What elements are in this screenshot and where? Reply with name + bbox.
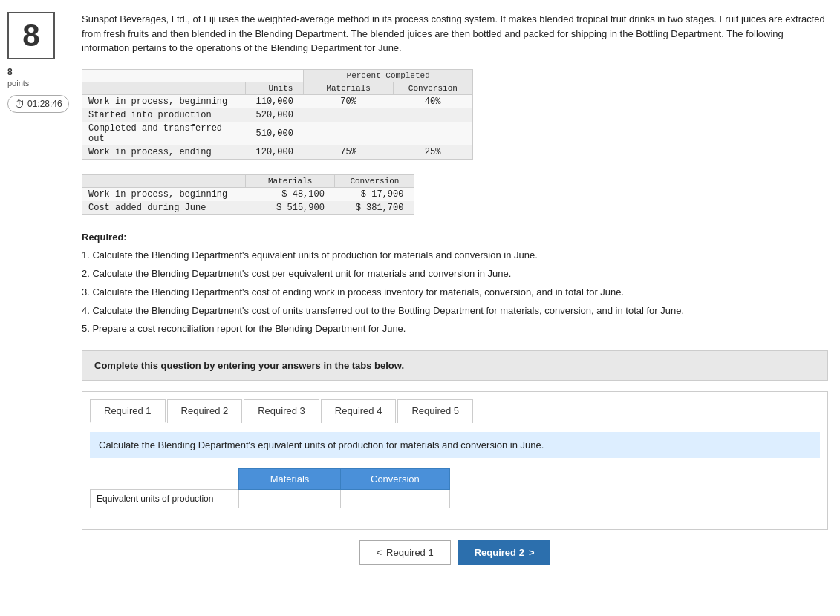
timer-icon: ⏱: [14, 98, 25, 110]
tab-required-5[interactable]: Required 5: [397, 399, 473, 423]
row-units: 110,000: [246, 94, 304, 108]
row-units: 520,000: [246, 108, 304, 122]
required-item-3: 3. Calculate the Blending Department's c…: [82, 285, 828, 301]
problem-number: 8: [7, 12, 55, 59]
points-sublabel: points: [7, 79, 67, 88]
cost-row-materials: $ 48,100: [246, 187, 335, 201]
col-conversion-header: Conversion: [393, 82, 472, 94]
tab-required-3[interactable]: Required 3: [244, 399, 319, 423]
instruction-box: Complete this question by entering your …: [82, 350, 828, 381]
row-label: Started into production: [82, 108, 246, 122]
problem-description: Sunspot Beverages, Ltd., of Fiji uses th…: [82, 12, 828, 56]
timer-value: 01:28:46: [27, 99, 62, 109]
row-materials: 70%: [304, 94, 393, 108]
answer-col-materials-header: Materials: [239, 469, 341, 490]
row-conversion: 25%: [393, 145, 472, 160]
answer-row-label: Equivalent units of production: [91, 490, 239, 508]
nav-buttons: < Required 1 Required 2 >: [82, 540, 828, 565]
row-conversion: 40%: [393, 94, 472, 108]
cost-table: Materials Conversion Work in process, be…: [82, 174, 414, 215]
required-item-1: 1. Calculate the Blending Department's e…: [82, 248, 828, 263]
units-table: Percent Completed Units Materials Conver…: [82, 69, 473, 160]
conversion-input[interactable]: [347, 494, 436, 504]
cost-row-conversion: $ 17,900: [335, 187, 414, 201]
required-item-2: 2. Calculate the Blending Department's c…: [82, 266, 828, 282]
next-chevron-icon: >: [529, 547, 535, 558]
required-section: Required: 1. Calculate the Blending Depa…: [82, 230, 828, 338]
points-label: 8: [7, 67, 67, 77]
prev-button-label: Required 1: [386, 547, 434, 558]
prev-button[interactable]: < Required 1: [359, 540, 451, 565]
cost-col-conversion-header: Conversion: [335, 174, 414, 187]
table-row: Work in process, beginning $ 48,100 $ 17…: [82, 187, 414, 201]
row-conversion: [393, 122, 472, 145]
table-row: Completed and transferred out 510,000: [82, 122, 473, 145]
col-units-header: Units: [246, 82, 304, 94]
row-materials: [304, 108, 393, 122]
next-button[interactable]: Required 2 >: [458, 540, 551, 565]
table-row: Cost added during June $ 515,900 $ 381,7…: [82, 201, 414, 215]
tab-required-4[interactable]: Required 4: [321, 399, 397, 423]
timer-box: ⏱ 01:28:46: [7, 95, 69, 113]
percent-completed-header: Percent Completed: [304, 69, 472, 82]
prev-chevron-icon: <: [377, 547, 382, 558]
cost-col-materials-header: Materials: [246, 174, 335, 187]
tab-required-1[interactable]: Required 1: [90, 399, 166, 423]
table-row: Work in process, beginning 110,000 70% 4…: [82, 94, 473, 108]
row-label: Completed and transferred out: [82, 122, 246, 145]
cost-row-label: Cost added during June: [82, 201, 246, 215]
tab-required-2[interactable]: Required 2: [167, 399, 243, 423]
row-units: 120,000: [246, 145, 304, 160]
answer-row: Equivalent units of production: [91, 490, 450, 508]
required-item-4: 4. Calculate the Blending Department's c…: [82, 304, 828, 319]
tabs-row: Required 1 Required 2 Required 3 Require…: [82, 392, 827, 423]
row-units: 510,000: [246, 122, 304, 145]
table-row: Work in process, ending 120,000 75% 25%: [82, 145, 473, 160]
next-button-label: Required 2: [475, 547, 524, 558]
required-item-5: 5. Prepare a cost reconciliation report …: [82, 321, 828, 337]
cost-row-label: Work in process, beginning: [82, 187, 246, 201]
answer-col-conversion-header: Conversion: [341, 469, 450, 490]
row-label: Work in process, beginning: [82, 94, 246, 108]
answer-cell-materials[interactable]: [239, 490, 341, 508]
col-materials-header: Materials: [304, 82, 393, 94]
cost-row-conversion: $ 381,700: [335, 201, 414, 215]
required-title: Required:: [82, 232, 127, 243]
cost-row-materials: $ 515,900: [246, 201, 335, 215]
row-label: Work in process, ending: [82, 145, 246, 160]
answer-cell-conversion[interactable]: [341, 490, 450, 508]
row-materials: 75%: [304, 145, 393, 160]
row-conversion: [393, 108, 472, 122]
tab-content-area: Calculate the Blending Department's equi…: [82, 423, 827, 529]
row-materials: [304, 122, 393, 145]
table-row: Started into production 520,000: [82, 108, 473, 122]
materials-input[interactable]: [245, 494, 334, 504]
tabs-container: Required 1 Required 2 Required 3 Require…: [82, 391, 828, 530]
answer-table: Label Materials Conversion Equivalent un…: [90, 468, 450, 508]
tab-description: Calculate the Blending Department's equi…: [90, 432, 820, 458]
